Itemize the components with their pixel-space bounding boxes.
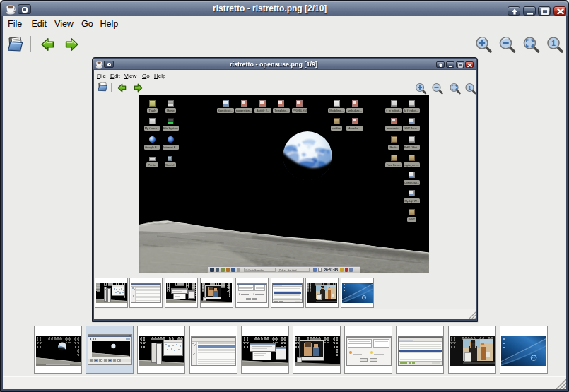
svg-text:1: 1: [551, 40, 556, 47]
svg-text:1: 1: [468, 85, 471, 91]
